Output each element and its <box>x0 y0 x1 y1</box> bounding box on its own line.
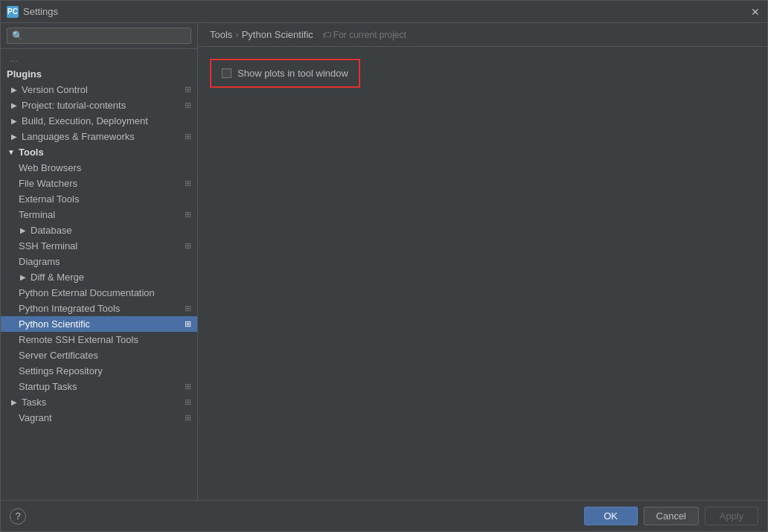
sidebar-item-tools[interactable]: ▼ Tools <box>1 144 197 160</box>
sidebar-label: Web Browsers <box>19 162 81 173</box>
show-plots-checkbox[interactable] <box>222 68 231 78</box>
chevron-right-icon: ▶ <box>10 86 19 94</box>
sidebar-label: Tasks <box>22 397 46 408</box>
footer: ? OK Cancel Apply <box>1 500 767 531</box>
window-title: Settings <box>23 6 749 17</box>
sidebar-item-remote-ssh[interactable]: Remote SSH External Tools <box>1 332 197 347</box>
apply-button[interactable]: Apply <box>705 507 758 525</box>
main-layout: ... Plugins ▶ Version Control ⊞ ▶ Projec… <box>1 23 767 500</box>
sidebar-item-settings-repo[interactable]: Settings Repository <box>1 363 197 379</box>
sidebar-item-server-certs[interactable]: Server Certificates <box>1 347 197 363</box>
show-plots-container: Show plots in tool window <box>210 59 360 88</box>
chevron-right-icon: ▶ <box>19 226 28 235</box>
search-input[interactable] <box>7 28 191 44</box>
sidebar-label: Remote SSH External Tools <box>19 334 138 345</box>
title-bar: PC Settings ✕ <box>1 1 767 23</box>
sidebar-item-database[interactable]: ▶ Database <box>1 222 197 238</box>
sidebar-item-python-integrated[interactable]: Python Integrated Tools ⊞ <box>1 301 197 316</box>
chevron-right-icon: ▶ <box>19 273 28 282</box>
sidebar-label: Tools <box>19 147 44 158</box>
sidebar-label: File Watchers <box>19 178 77 189</box>
footer-left: ? <box>10 508 26 525</box>
tag-label: For current project <box>333 30 406 40</box>
sidebar-item-diagrams[interactable]: Diagrams <box>1 254 197 269</box>
main-content: Tools › Python Scientific 🏷 For current … <box>198 23 767 500</box>
sidebar-item-project[interactable]: ▶ Project: tutorial-contents ⊞ <box>1 97 197 113</box>
settings-window: PC Settings ✕ ... Plugins ▶ V <box>0 0 768 532</box>
chevron-right-icon: ▶ <box>10 132 19 141</box>
settings-layer-icon: ⊞ <box>185 85 191 94</box>
search-box <box>1 23 197 49</box>
sidebar-item-build-exec[interactable]: ▶ Build, Execution, Deployment <box>1 113 197 129</box>
sidebar-item-web-browsers[interactable]: Web Browsers <box>1 160 197 176</box>
settings-layer-icon: ⊞ <box>185 382 191 391</box>
settings-layer-icon: ⊞ <box>185 210 191 219</box>
sidebar-label: Python External Documentation <box>19 287 155 298</box>
sidebar-item-diff-merge[interactable]: ▶ Diff & Merge <box>1 269 197 285</box>
sidebar-label: Settings Repository <box>19 365 103 376</box>
sidebar-label: Database <box>31 225 72 236</box>
sidebar-label: Languages & Frameworks <box>22 131 135 142</box>
panel-content: Show plots in tool window <box>198 47 767 500</box>
sidebar-label: Python Integrated Tools <box>19 303 120 314</box>
sidebar-item-vagrant[interactable]: Vagrant ⊞ <box>1 410 197 426</box>
settings-layer-icon: ⊞ <box>185 241 191 251</box>
close-button[interactable]: ✕ <box>749 6 761 18</box>
show-plots-label: Show plots in tool window <box>237 68 348 79</box>
chevron-right-icon: ▶ <box>10 101 19 110</box>
sidebar-label: Project: tutorial-contents <box>22 100 126 111</box>
sidebar-label: Plugins <box>7 68 42 80</box>
sidebar: ... Plugins ▶ Version Control ⊞ ▶ Projec… <box>1 23 198 500</box>
cancel-button[interactable]: Cancel <box>644 507 699 525</box>
sidebar-label: Diagrams <box>19 256 60 267</box>
sidebar-label: External Tools <box>19 193 79 205</box>
chevron-right-icon: ▶ <box>10 117 19 126</box>
settings-layer-icon: ⊞ <box>185 100 191 110</box>
sidebar-item-editor-ellipsis[interactable]: ... <box>1 51 197 66</box>
chevron-right-icon: ▶ <box>10 398 19 407</box>
settings-layer-icon: ⊞ <box>185 413 191 423</box>
sidebar-item-python-ext-doc[interactable]: Python External Documentation <box>1 285 197 301</box>
sidebar-label: Diff & Merge <box>31 272 84 283</box>
app-icon: PC <box>7 6 19 18</box>
sidebar-label: Version Control <box>22 84 88 95</box>
sidebar-item-file-watchers[interactable]: File Watchers ⊞ <box>1 176 197 191</box>
settings-layer-icon: ⊞ <box>185 319 191 329</box>
sidebar-item-tasks[interactable]: ▶ Tasks ⊞ <box>1 394 197 410</box>
help-button[interactable]: ? <box>10 508 26 525</box>
sidebar-label: SSH Terminal <box>19 240 77 251</box>
settings-layer-icon: ⊞ <box>185 397 191 407</box>
sidebar-item-external-tools[interactable]: External Tools <box>1 191 197 207</box>
sidebar-label: Startup Tasks <box>19 381 77 392</box>
breadcrumb: Tools › Python Scientific 🏷 For current … <box>198 23 767 47</box>
sidebar-item-startup-tasks[interactable]: Startup Tasks ⊞ <box>1 379 197 394</box>
sidebar-label: Server Certificates <box>19 350 98 361</box>
sidebar-list: ... Plugins ▶ Version Control ⊞ ▶ Projec… <box>1 49 197 500</box>
settings-layer-icon: ⊞ <box>185 304 191 313</box>
breadcrumb-parent: Tools <box>210 29 232 40</box>
sidebar-item-plugins[interactable]: Plugins <box>1 66 197 82</box>
sidebar-item-python-scientific[interactable]: Python Scientific ⊞ <box>1 316 197 332</box>
tag-icon: 🏷 <box>322 30 331 40</box>
sidebar-label: Terminal <box>19 209 55 220</box>
breadcrumb-current: Python Scientific <box>242 29 313 40</box>
sidebar-item-languages[interactable]: ▶ Languages & Frameworks ⊞ <box>1 129 197 144</box>
chevron-down-icon: ▼ <box>7 148 16 157</box>
breadcrumb-tag: 🏷 For current project <box>322 30 406 40</box>
ok-button[interactable]: OK <box>584 507 638 525</box>
sidebar-label: Python Scientific <box>19 318 90 330</box>
settings-layer-icon: ⊞ <box>185 132 191 141</box>
sidebar-item-ssh-terminal[interactable]: SSH Terminal ⊞ <box>1 238 197 254</box>
sidebar-item-terminal[interactable]: Terminal ⊞ <box>1 207 197 222</box>
settings-layer-icon: ⊞ <box>185 179 191 188</box>
sidebar-label: Vagrant <box>19 412 52 423</box>
sidebar-label: ... <box>10 53 18 64</box>
breadcrumb-separator: › <box>235 29 238 40</box>
sidebar-item-version-control[interactable]: ▶ Version Control ⊞ <box>1 82 197 97</box>
sidebar-label: Build, Execution, Deployment <box>22 115 148 126</box>
